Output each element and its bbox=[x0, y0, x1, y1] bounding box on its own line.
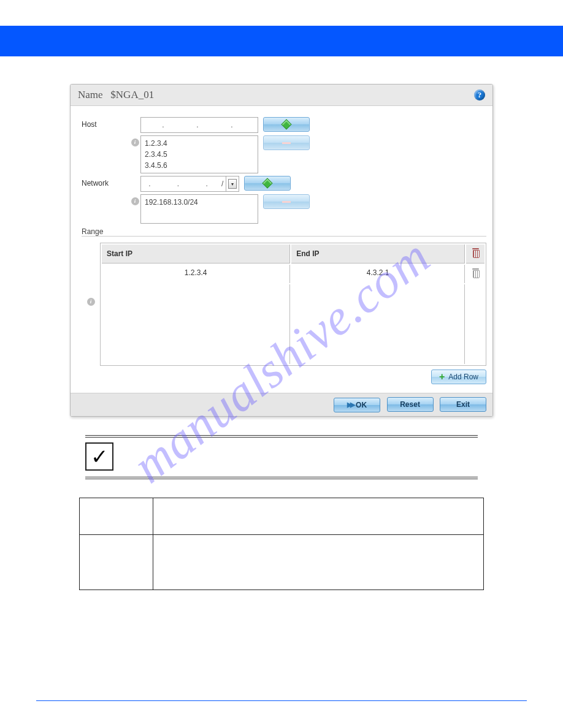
range-row: 1.2.3.4 4.3.2.1 bbox=[102, 265, 484, 283]
footer-rule bbox=[36, 700, 527, 701]
top-banner bbox=[0, 26, 563, 56]
exit-button[interactable]: Exit bbox=[440, 397, 486, 412]
placeholder-table bbox=[79, 498, 484, 590]
network-cidr-select[interactable]: ▾ bbox=[226, 176, 239, 192]
plus-icon: + bbox=[439, 373, 445, 381]
info-icon[interactable]: i bbox=[131, 197, 139, 205]
minus-icon bbox=[282, 142, 291, 144]
network-group-dialog: Name $NGA_01 ? Host i 1.2.3.4 2.3.4.5 3.… bbox=[70, 84, 493, 417]
range-end-cell[interactable]: 4.3.2.1 bbox=[291, 265, 465, 283]
network-add-button[interactable] bbox=[244, 176, 291, 191]
dialog-header: Name $NGA_01 ? bbox=[71, 85, 492, 106]
host-add-button[interactable] bbox=[263, 117, 310, 132]
host-list-item[interactable]: 1.2.3.4 bbox=[145, 138, 254, 149]
range-delete-all[interactable] bbox=[466, 245, 484, 264]
add-row-button[interactable]: + Add Row bbox=[431, 370, 486, 384]
network-label: Network bbox=[82, 176, 129, 188]
forward-icon: ▶▶ bbox=[347, 401, 353, 409]
ok-button[interactable]: ▶▶ OK bbox=[334, 398, 380, 412]
range-row-delete[interactable] bbox=[466, 265, 484, 283]
checkmark-box: ✓ bbox=[85, 442, 113, 471]
trash-icon bbox=[472, 248, 480, 257]
network-ip-input[interactable] bbox=[140, 176, 219, 192]
chevron-down-icon: ▾ bbox=[228, 179, 237, 189]
network-remove-button[interactable] bbox=[263, 194, 310, 209]
reset-button[interactable]: Reset bbox=[387, 397, 434, 412]
host-list-item[interactable]: 3.4.5.6 bbox=[145, 160, 254, 171]
info-icon[interactable]: i bbox=[87, 298, 95, 306]
plus-icon bbox=[282, 119, 292, 130]
host-ip-input[interactable] bbox=[140, 117, 258, 133]
trash-icon bbox=[472, 268, 480, 278]
plus-icon bbox=[262, 178, 273, 189]
range-col-start: Start IP bbox=[102, 245, 290, 264]
host-list-item[interactable]: 2.3.4.5 bbox=[145, 149, 254, 160]
range-table: Start IP End IP 1.2.3.4 4.3.2.1 bbox=[100, 243, 486, 366]
note-divider-block: ✓ bbox=[85, 435, 478, 479]
host-ip-list[interactable]: 1.2.3.4 2.3.4.5 3.4.5.6 bbox=[140, 135, 258, 173]
info-icon[interactable]: i bbox=[131, 138, 139, 146]
dialog-title-label: Name bbox=[78, 89, 103, 100]
range-start-cell[interactable]: 1.2.3.4 bbox=[102, 265, 290, 283]
dialog-footer: ▶▶ OK Reset Exit bbox=[71, 393, 492, 416]
dialog-title-value: $NGA_01 bbox=[110, 89, 154, 100]
network-list[interactable]: 192.168.13.0/24 bbox=[140, 194, 258, 224]
network-list-item[interactable]: 192.168.13.0/24 bbox=[145, 197, 254, 208]
help-icon[interactable]: ? bbox=[474, 89, 485, 100]
range-col-end: End IP bbox=[291, 245, 465, 264]
range-label: Range bbox=[79, 227, 105, 236]
host-label: Host bbox=[82, 117, 129, 129]
add-row-label: Add Row bbox=[448, 373, 478, 381]
network-slash: / bbox=[219, 176, 226, 192]
host-remove-button[interactable] bbox=[263, 135, 310, 150]
minus-icon bbox=[282, 201, 291, 203]
